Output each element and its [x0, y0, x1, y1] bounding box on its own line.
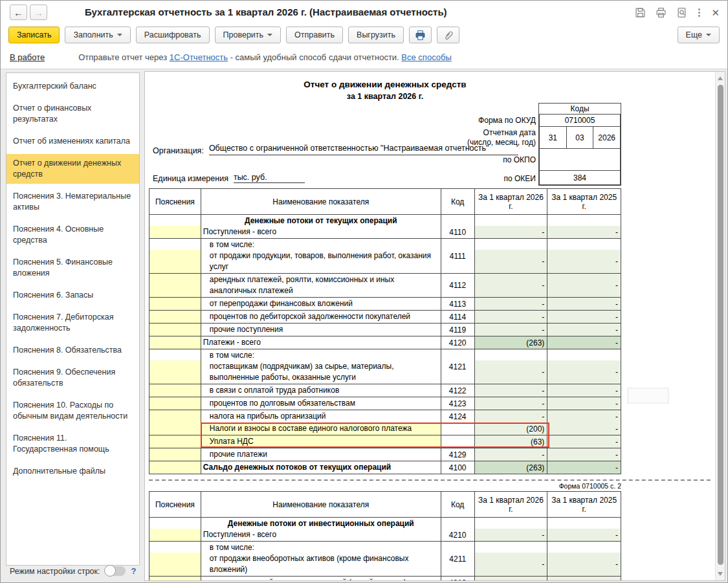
scroll-up-icon[interactable] [718, 76, 723, 80]
sidebar-item[interactable]: Пояснения 5. Финансовые вложения [6, 253, 139, 283]
value-2026-cell[interactable]: - [475, 448, 548, 461]
value-2025-cell[interactable]: - [547, 239, 621, 273]
value-2026-cell[interactable]: - [475, 410, 548, 423]
value-2026-cell[interactable]: (263) [475, 461, 548, 474]
date-day[interactable]: 31 [540, 127, 567, 148]
all-methods-link[interactable]: Все способы [401, 52, 451, 62]
value-2025-cell[interactable]: - [547, 542, 621, 576]
sidebar-item[interactable]: Пояснения 8. Обязательства [6, 341, 139, 360]
explanation-cell[interactable] [149, 410, 201, 423]
value-2025-cell[interactable]: - [547, 311, 621, 323]
row-setup-toggle[interactable] [105, 566, 126, 576]
value-2026-cell[interactable]: - [475, 274, 548, 297]
check-button[interactable]: Проверить [215, 27, 281, 43]
sidebar-item[interactable]: Пояснения 10. Расходы по обычным видам д… [6, 396, 139, 426]
code-cell [441, 423, 475, 435]
date-year[interactable]: 2026 [593, 127, 620, 148]
save-button[interactable]: Записать [8, 27, 60, 43]
sidebar-item[interactable]: Отчет о финансовых результатах [6, 99, 139, 129]
value-2026-cell[interactable]: (200) [475, 423, 548, 435]
attachment-button[interactable] [437, 27, 459, 43]
sidebar-item[interactable]: Отчет о движении денежных средств [6, 154, 139, 184]
value-2026-cell[interactable]: (63) [475, 435, 548, 448]
explanation-cell[interactable] [149, 239, 201, 273]
value-2026-cell[interactable]: - [475, 349, 548, 384]
value-2026-cell[interactable]: - [475, 542, 548, 576]
value-2026-cell[interactable]: - [475, 518, 548, 541]
preview-search-icon[interactable] [676, 7, 687, 18]
value-2026-cell[interactable]: - [475, 311, 548, 323]
decode-button[interactable]: Расшифровать [136, 27, 210, 43]
help-icon[interactable]: ? [131, 566, 136, 576]
print-report-button[interactable] [409, 27, 432, 43]
sidebar-item[interactable]: Бухгалтерский баланс [6, 77, 139, 96]
value-2025-cell[interactable] [547, 577, 621, 580]
save-icon[interactable] [635, 7, 646, 18]
explanation-cell[interactable] [149, 336, 201, 349]
value-2025-cell[interactable]: - [547, 215, 621, 238]
value-2025-cell[interactable]: - [547, 435, 621, 448]
sidebar-item[interactable]: Дополнительные файлы [6, 462, 139, 481]
value-2026-cell[interactable] [475, 577, 548, 580]
more-button[interactable]: Еще [678, 27, 720, 43]
value-2025-cell[interactable]: - [547, 298, 621, 310]
date-month[interactable]: 03 [567, 127, 594, 148]
back-arrow-button[interactable]: ← [10, 5, 27, 20]
print-icon[interactable] [656, 7, 667, 18]
value-2026-cell[interactable]: - [475, 397, 548, 410]
value-2025-cell[interactable]: - [547, 384, 621, 397]
explanation-cell[interactable] [149, 384, 201, 397]
vertical-scrollbar[interactable] [715, 72, 725, 580]
explanation-cell[interactable] [149, 448, 201, 461]
status-badge[interactable]: В работе [10, 52, 45, 62]
unit-value[interactable]: тыс. руб. [234, 173, 305, 183]
sidebar-item[interactable]: Пояснения 7. Дебиторская задолженность [6, 308, 139, 338]
forward-arrow-button[interactable]: → [30, 5, 47, 20]
explanation-cell[interactable] [149, 349, 201, 384]
value-2025-cell[interactable]: - [547, 410, 621, 423]
explanation-cell[interactable] [149, 542, 201, 576]
scroll-down-icon[interactable] [718, 572, 723, 576]
value-2025-cell[interactable]: - [547, 423, 621, 435]
value-2025-cell[interactable]: - [547, 448, 621, 461]
explanation-cell[interactable] [149, 577, 201, 580]
explanation-cell[interactable] [149, 215, 201, 238]
sidebar-item[interactable]: Пояснения 9. Обеспечения обязательств [6, 363, 139, 393]
more-options-icon[interactable] [697, 7, 701, 18]
export-button[interactable]: Выгрузить [348, 27, 404, 43]
explanation-cell[interactable] [149, 311, 201, 323]
value-2025-cell[interactable]: - [547, 274, 621, 297]
explanation-cell[interactable] [149, 435, 201, 448]
explanation-cell[interactable] [149, 423, 201, 435]
sidebar-item[interactable]: Пояснения 4. Основные средства [6, 220, 139, 250]
scrollbar-thumb[interactable] [718, 85, 723, 565]
explanation-cell[interactable] [149, 461, 201, 474]
service-link[interactable]: 1С-Отчетность [170, 52, 228, 62]
value-2025-cell[interactable]: - [547, 461, 621, 474]
organization-value[interactable]: Общество с ограниченной ответственностью… [209, 143, 518, 155]
sidebar-item[interactable]: Пояснения 6. Запасы [6, 286, 139, 305]
fill-button[interactable]: Заполнить [65, 27, 130, 43]
value-2025-cell[interactable]: - [547, 518, 621, 541]
value-2025-cell[interactable]: - [547, 336, 621, 349]
explanation-cell[interactable] [149, 324, 201, 336]
value-2026-cell[interactable]: - [475, 324, 548, 336]
value-2026-cell[interactable]: - [475, 239, 548, 273]
sidebar-item[interactable]: Пояснения 11. Государственная помощь [6, 429, 139, 459]
value-2026-cell[interactable]: - [475, 384, 548, 397]
okpo-value[interactable] [540, 149, 620, 171]
close-icon[interactable]: ✕ [711, 8, 720, 17]
explanation-cell[interactable] [149, 397, 201, 410]
value-2025-cell[interactable]: - [547, 324, 621, 336]
explanation-cell[interactable] [149, 274, 201, 297]
value-2025-cell[interactable]: - [547, 397, 621, 410]
value-2025-cell[interactable]: - [547, 349, 621, 384]
value-2026-cell[interactable]: - [475, 215, 548, 238]
send-button[interactable]: Отправить [286, 27, 343, 43]
explanation-cell[interactable] [149, 298, 201, 310]
value-2026-cell[interactable]: (263) [475, 336, 548, 349]
explanation-cell[interactable] [149, 518, 201, 541]
sidebar-item[interactable]: Пояснения 3. Нематериальные активы [6, 187, 139, 217]
sidebar-item[interactable]: Отчет об изменениях капитала [6, 132, 139, 151]
value-2026-cell[interactable]: - [475, 298, 548, 310]
